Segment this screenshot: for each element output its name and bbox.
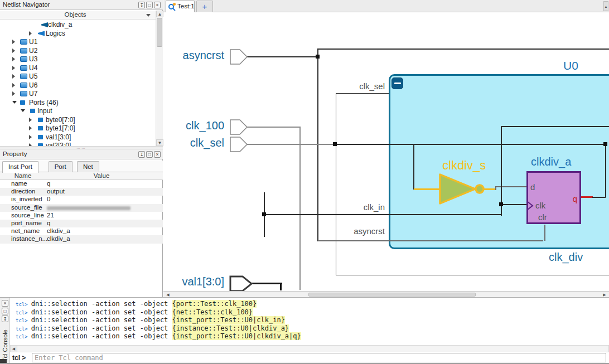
input-port-symbol-clk_100[interactable] xyxy=(230,119,248,135)
chevron-down-icon[interactable] xyxy=(146,14,151,17)
pin-icon[interactable]: ↧ xyxy=(138,2,145,8)
scroll-left-icon[interactable]: ◀ xyxy=(11,346,17,352)
float-icon[interactable]: □ xyxy=(146,151,153,158)
input-port-symbol-val1[interactable] xyxy=(229,275,254,291)
tree-item-clkdiv_a[interactable]: clkdiv_a xyxy=(0,20,156,29)
wire-segment xyxy=(501,204,526,205)
flipflop-name-label: clkdiv_a xyxy=(531,156,571,168)
tree-item-val1-3-0-[interactable]: val1[3:0] xyxy=(0,133,156,142)
flipflop-clkdiv_a[interactable]: d clk clr q xyxy=(526,171,581,224)
expand-icon[interactable] xyxy=(12,91,15,96)
property-table-header: Name Value xyxy=(0,172,163,180)
console-line: tcl>dni::selection -action set -object {… xyxy=(16,308,253,316)
table-row[interactable]: instance_n...clkdiv_a xyxy=(0,235,163,243)
schematic-canvas[interactable]: d clk clr q asyncrst clk_100 clk_sel val… xyxy=(163,12,609,291)
console-line: tcl>dni::selection -action set -object {… xyxy=(16,316,285,324)
tree-item-ports-46-[interactable]: Ports (46) xyxy=(0,98,156,107)
navigator-title-bar: Netlist Navigator ↧ □ × xyxy=(0,0,163,10)
prop-tab-net[interactable]: Net xyxy=(77,161,99,172)
expand-icon[interactable] xyxy=(12,57,15,61)
collapse-icon[interactable] xyxy=(12,101,17,104)
table-row[interactable]: is_inverted0 xyxy=(0,196,163,203)
tree-item-u6[interactable]: U6 xyxy=(0,81,156,90)
tcl-command-input[interactable] xyxy=(32,353,606,362)
junction-dot xyxy=(333,142,337,146)
console-command-text: dni::selection -action set -object xyxy=(31,300,172,308)
table-row[interactable]: source_file xyxy=(0,204,163,212)
expand-icon[interactable] xyxy=(12,66,15,70)
prop-tab-port[interactable]: Port xyxy=(49,161,72,172)
tree-item-u7[interactable]: U7 xyxy=(0,89,156,98)
canvas-hscrollbar[interactable]: ◀ ▶ xyxy=(163,291,609,297)
module-icon xyxy=(20,56,27,62)
tree-item-u3[interactable]: U3 xyxy=(0,55,156,64)
expand-icon[interactable] xyxy=(29,126,32,130)
tree-item-u4[interactable]: U4 xyxy=(0,64,156,72)
inst-icon xyxy=(41,22,48,27)
ff-pin-d: d xyxy=(530,182,535,192)
tree-item-byte0-7-0-[interactable]: byte0[7:0] xyxy=(0,115,156,124)
console-hscrollbar[interactable]: ◀ xyxy=(10,345,609,352)
collapse-icon[interactable] xyxy=(21,109,25,112)
tree-item-byte1-7-0-[interactable]: byte1[7:0] xyxy=(0,124,156,133)
inverter-gate-clkdiv_s[interactable] xyxy=(438,172,490,206)
column-header-value[interactable]: Value xyxy=(46,172,157,179)
close-icon[interactable]: × xyxy=(2,300,8,307)
tree-item-u5[interactable]: U5 xyxy=(0,72,156,81)
port-label-clk_sel[interactable]: clk_sel xyxy=(177,137,224,149)
schematic-area: Test:1 + ▲ d clk clr q xyxy=(163,0,609,297)
expand-icon[interactable] xyxy=(29,31,32,36)
port-label-clk_100[interactable]: clk_100 xyxy=(177,119,224,132)
float-icon[interactable]: □ xyxy=(146,2,153,8)
module-icon xyxy=(20,48,27,54)
prop-tab-inst-port[interactable]: Inst Port xyxy=(2,161,38,173)
scroll-up-icon[interactable]: ▲ xyxy=(156,11,163,17)
tab-test1[interactable]: Test:1 xyxy=(166,1,195,12)
close-icon[interactable]: × xyxy=(154,2,161,8)
port-icon xyxy=(38,118,43,122)
expand-icon[interactable] xyxy=(29,118,32,122)
property-window-buttons: ↧ □ × xyxy=(138,151,161,158)
table-row[interactable]: directionoutput xyxy=(0,188,163,196)
tree-scrollbar[interactable]: ▲ ▼ xyxy=(156,11,163,146)
column-header-name[interactable]: Name xyxy=(0,172,46,179)
tree-item-u2[interactable]: U2 xyxy=(0,46,156,55)
wire-segment xyxy=(605,144,606,197)
expand-icon[interactable] xyxy=(12,83,15,88)
expand-icon[interactable] xyxy=(12,48,15,53)
console-command-text: dni::selection -action set -object xyxy=(31,332,172,340)
port-label-val1[interactable]: val1[3:0] xyxy=(172,275,224,288)
input-port-symbol-asyncrst[interactable] xyxy=(230,49,248,65)
objects-header[interactable]: Objects xyxy=(0,11,163,20)
tree-item-input[interactable]: Input xyxy=(0,106,156,115)
expand-icon[interactable] xyxy=(29,135,32,139)
port-icon xyxy=(30,109,35,113)
pin-icon[interactable]: ↧ xyxy=(138,151,145,158)
table-row[interactable]: nameq xyxy=(0,180,163,188)
console-line: tcl>dni::selection -action set -object {… xyxy=(16,300,257,308)
add-tab-button[interactable]: + xyxy=(196,1,213,12)
port-label-asyncrst[interactable]: asyncrst xyxy=(177,49,224,62)
scroll-down-icon[interactable]: ▼ xyxy=(156,139,163,146)
pin-icon[interactable]: ↧ xyxy=(2,316,8,322)
table-row[interactable]: port_nameq xyxy=(0,220,163,227)
scrollbar-thumb[interactable] xyxy=(308,293,476,297)
scroll-right-icon[interactable]: ▶ xyxy=(601,292,608,297)
pin-label-asyncrst: asyncrst xyxy=(340,226,385,236)
console-side-label: Tcl Console xyxy=(2,329,8,361)
scroll-left-icon[interactable]: ◀ xyxy=(165,292,171,297)
scrollbar-thumb[interactable] xyxy=(157,18,162,47)
tree-item-logics[interactable]: Logics xyxy=(0,29,156,38)
close-icon[interactable]: × xyxy=(154,151,161,158)
console-highlighted-object: {inst_port::Test::U0|clkdiv_a|q} xyxy=(172,332,301,340)
tab-overflow-icon[interactable]: ▲ xyxy=(603,1,608,11)
table-row[interactable]: net_nameclkdiv_a xyxy=(0,227,163,235)
objects-header-label: Objects xyxy=(0,11,151,19)
table-row[interactable]: source_line21 xyxy=(0,212,163,220)
input-port-symbol-clk_sel[interactable] xyxy=(230,137,248,153)
collapse-instance-button[interactable] xyxy=(392,77,403,89)
tree-item-u1[interactable]: U1 xyxy=(0,37,156,46)
expand-icon[interactable] xyxy=(12,40,15,44)
float-icon[interactable]: □ xyxy=(2,308,8,314)
expand-icon[interactable] xyxy=(12,74,15,79)
